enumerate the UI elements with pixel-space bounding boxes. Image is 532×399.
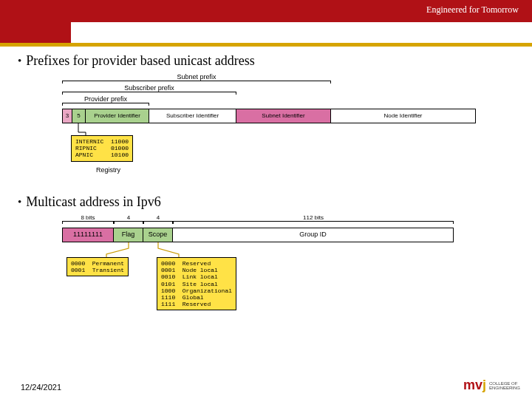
logo-v: v (475, 378, 482, 392)
unicast-diagram: Subnet prefix Subscriber prefix Provider… (62, 73, 514, 163)
flag-box: 0000 Permanent 0001 Transient (66, 257, 129, 276)
field-scope: Scope (143, 228, 173, 242)
field-subnet-id: Subnet Identifier (236, 109, 331, 123)
footer-date: 12/24/2021 (21, 383, 61, 392)
bracket-subscriber-label: Subscriber prefix (62, 84, 236, 92)
header-gold-line (0, 43, 532, 47)
field-ones: 11111111 (62, 228, 114, 242)
field-three: 3 (62, 109, 72, 123)
connector-flag (106, 242, 136, 259)
logo-m: m (463, 378, 475, 392)
field-five: 5 (72, 109, 86, 123)
connector-scope (157, 242, 186, 259)
width-4a: 4 (114, 214, 143, 221)
registry-box: INTERNIC 11000 RIPNIC 01000 APNIC 10100 (71, 135, 133, 162)
bullet-multicast: Multicast address in Ipv6 (18, 194, 514, 210)
width-112bits: 112 bits (173, 214, 454, 221)
field-flag: Flag (114, 228, 143, 242)
logo: mvj COLLEGE OFENGINEERING (463, 378, 520, 393)
width-8bits: 8 bits (62, 214, 114, 221)
field-subscriber-id: Subscriber Identifier (149, 109, 236, 123)
scope-box: 0000 Reserved 0001 Node local 0010 Link … (157, 257, 236, 310)
bracket-subnet-label: Subnet prefix (62, 73, 331, 81)
bracket-provider-label: Provider prefix (62, 95, 149, 103)
logo-j: j (482, 378, 486, 392)
field-node-id: Node Identifier (331, 109, 476, 123)
header-tagline: Engineered for Tomorrow (426, 4, 519, 16)
logo-text: COLLEGE OFENGINEERING (489, 381, 520, 390)
registry-label: Registry (96, 166, 120, 174)
width-4b: 4 (143, 214, 173, 221)
multicast-diagram: 8 bits 4 4 112 bits 11111111 Flag Scope … (62, 214, 514, 332)
field-group: Group ID (173, 228, 454, 242)
field-provider-id: Provider Identifier (86, 109, 149, 123)
header-red-block (0, 0, 71, 43)
bullet-prefixes: Prefixes for provider based unicast addr… (18, 53, 514, 69)
